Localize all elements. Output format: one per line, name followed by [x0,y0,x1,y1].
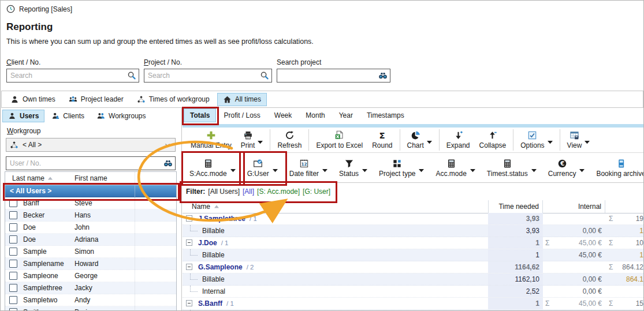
collapse-button[interactable]: Collapse [475,128,511,152]
user-checkbox[interactable] [9,235,17,243]
person-icon [10,95,19,104]
currency-button[interactable]: €Currency [542,153,591,182]
user-checkbox[interactable] [9,260,17,268]
dropdown-arrow-icon[interactable] [579,166,585,170]
user-row-becker-hans[interactable]: BeckerHans [5,209,176,222]
round-button[interactable]: ΣRound [367,128,397,152]
button-label: Timest.status [487,170,528,178]
column-header-name[interactable]: Name [192,200,219,213]
user-filter-field[interactable] [6,156,176,170]
dropdown-arrow-icon[interactable] [362,166,367,170]
totals-row-s-banff[interactable]: S.Banff/ 11Σ45,00 €Σ15 [183,298,644,310]
scope-tab-project-leader[interactable]: Project leader [63,93,129,106]
date-filter-button[interactable]: 12Date filter [284,153,333,182]
totals-row-internal[interactable]: Internal2,520,00 € [183,286,644,298]
last-name: Banff [23,197,39,209]
totals-row-billable[interactable]: Billable1162,100,00 €864.1 [183,273,644,286]
calendar-icon: 12 [299,159,309,168]
chevron-down-icon[interactable] [163,141,172,149]
tree-expander[interactable] [186,300,192,306]
expand-button[interactable]: Expand [442,128,475,152]
user-filter-input[interactable] [6,157,175,170]
totals-row-billable[interactable]: Billable145,00 €1 [183,249,644,261]
manual-entry-button[interactable]: Manual Entry [186,128,236,152]
dropdown-arrow-icon[interactable] [470,166,475,170]
dropdown-arrow-icon[interactable] [427,138,432,142]
tab-totals[interactable]: Totals [184,108,216,122]
refresh-button[interactable]: Refresh [273,128,306,152]
user-row-banff-steve[interactable]: BanffSteve [5,197,176,209]
timest-status-button[interactable]: Timest.status [481,153,542,182]
chart-button[interactable]: Chart [403,128,437,152]
scope-tab-all-times[interactable]: All times [217,93,267,106]
user-checkbox[interactable] [9,296,17,304]
dropdown-arrow-icon[interactable] [419,166,424,170]
booking-archive-button[interactable]: Booking archive [590,153,644,182]
dropdown-arrow-icon[interactable] [258,138,263,142]
user-checkbox[interactable] [9,272,17,280]
acc-mode-button[interactable]: Acc.mode [430,153,481,182]
user-row-doe-john[interactable]: DoeJohn [5,222,176,234]
dropdown-arrow-icon[interactable] [322,166,327,170]
tab-year[interactable]: Year [333,108,359,122]
totals-row-g-sampleone[interactable]: G.Sampleone/ 21164,62Σ864.12 [183,261,644,273]
dropdown-arrow-icon[interactable] [585,138,590,142]
user-checkbox[interactable] [9,284,17,292]
dropdown-arrow-icon[interactable] [548,138,553,142]
tree-expander[interactable] [186,264,192,270]
user-row-sampleone-george[interactable]: SampleoneGeorge [5,270,176,282]
totals-row-billable[interactable]: Billable3,930,00 €1 [183,225,644,237]
user-checkbox[interactable] [9,211,17,219]
column-header-internal[interactable]: Internal [543,200,605,213]
column-header-time-needed[interactable]: Time needed [488,200,543,213]
user-row-doe-adriana[interactable]: DoeAdriana [5,234,176,246]
first-name: Simon [75,246,94,257]
scope-tab-own-times[interactable]: Own times [5,93,61,106]
totals-row-j-doe[interactable]: J.Doe/ 11Σ45,00 €Σ10 [183,237,644,249]
view-button[interactable]: View [563,128,595,152]
tree-expander[interactable] [186,215,192,222]
last-name: Sampletwo [23,294,57,306]
options-button[interactable]: Options [516,128,557,152]
column-header-last-name[interactable]: Last name [12,172,53,185]
scope-tab-times-of-workgroup[interactable]: Times of workgroup [131,93,215,106]
user-checkbox[interactable] [9,308,17,311]
export-to-excel-button[interactable]: Export to Excel [311,128,367,152]
user-row-samplename-howard[interactable]: SamplenameHoward [5,258,176,270]
tab-week[interactable]: Week [268,108,298,122]
column-header-first-name[interactable]: First name [75,172,107,185]
tree-expander[interactable] [186,239,192,246]
user-row-sampletwo-andy[interactable]: SampletwoAndy [5,294,176,306]
all-users-row[interactable]: < All Users > [5,185,176,197]
project-type-button[interactable]: Project type [373,153,430,182]
client-search-input[interactable] [7,69,139,82]
tab-timestamps[interactable]: Timestamps [360,108,411,122]
print-button[interactable]: Print [236,128,268,152]
dropdown-arrow-icon[interactable] [531,166,537,170]
workgroup-select[interactable]: < All > [6,138,176,152]
user-checkbox[interactable] [9,199,17,207]
s-acc-mode-button[interactable]: S:Acc.mode [184,153,241,182]
tab-profit-loss[interactable]: Profit / Loss [217,108,266,122]
project-search-input[interactable] [144,69,271,82]
dropdown-arrow-icon[interactable] [230,166,236,170]
button-label: Project type [379,170,415,178]
sidebar-tab-clients[interactable]: Clients [46,110,90,122]
dropdown-arrow-icon[interactable] [273,166,278,170]
search-project-field[interactable] [277,69,390,83]
status-button[interactable]: Status [333,153,373,182]
totals-row-j-samplethree[interactable]: J.Samplethree/ 13,93Σ19 [183,213,644,225]
user-row-smith-doris[interactable]: SmithDoris [5,306,176,311]
user-row-sample-simon[interactable]: SampleSimon [5,246,176,258]
user-checkbox[interactable] [9,223,17,231]
search-project-input[interactable] [277,69,390,82]
sidebar-tab-workgroups[interactable]: Workgroups [91,110,151,122]
user-row-samplethree-jacky[interactable]: SamplethreeJacky [5,282,176,294]
g-user-button[interactable]: G:User [241,153,284,182]
client-search-field[interactable] [6,69,139,83]
button-label: Booking archive [596,170,644,178]
tab-month[interactable]: Month [299,108,331,122]
user-checkbox[interactable] [9,248,17,256]
sidebar-tab-users[interactable]: Users [2,110,44,122]
project-search-field[interactable] [144,69,272,83]
